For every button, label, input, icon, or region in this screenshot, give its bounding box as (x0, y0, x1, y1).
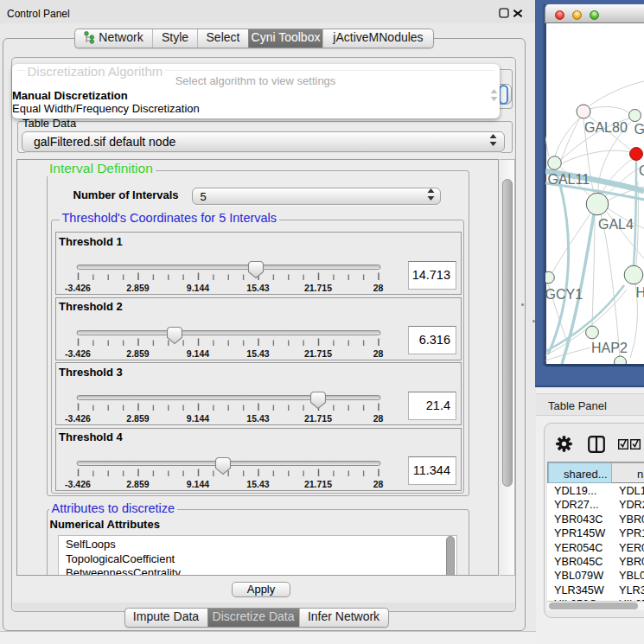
svg-text:CR: CR (639, 163, 644, 178)
svg-text:GCY1: GCY1 (545, 287, 583, 302)
svg-text:GAL11: GAL11 (548, 172, 590, 187)
svg-text:GAL80: GAL80 (584, 120, 628, 135)
svg-text:HAP2: HAP2 (591, 341, 628, 355)
svg-text:HI: HI (636, 285, 644, 300)
svg-text:GA: GA (634, 122, 644, 137)
svg-text:GAL4: GAL4 (598, 217, 634, 232)
